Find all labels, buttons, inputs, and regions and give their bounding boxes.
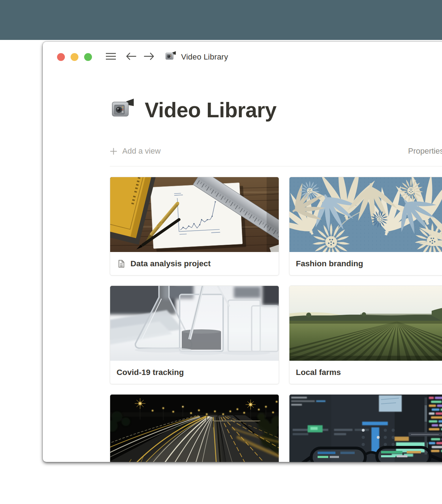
gallery-grid: Data analysis project	[110, 177, 442, 462]
card-fashion-branding[interactable]: Fashion branding	[289, 177, 442, 276]
card-image-code-screens	[289, 395, 442, 462]
page-emoji-video-camera-icon[interactable]	[110, 97, 136, 123]
card-image-blue-floral	[289, 177, 442, 252]
card-covid-19-tracking[interactable]: Covid-19 tracking	[110, 286, 279, 384]
card-image-desk-analytics	[110, 177, 279, 252]
close-button[interactable]	[57, 53, 65, 61]
card-image-farm-field	[289, 286, 442, 361]
back-arrow-icon[interactable]	[125, 51, 137, 63]
toolbar-divider	[110, 166, 442, 166]
page-top-band	[0, 0, 442, 40]
add-view-label: Add a view	[122, 146, 161, 156]
card-title: Covid-19 tracking	[117, 368, 184, 377]
card-title: Data analysis project	[130, 259, 211, 268]
page-title-row: Video Library	[110, 97, 442, 123]
plus-icon	[110, 148, 117, 155]
zoom-button[interactable]	[84, 53, 92, 61]
card-night-highway[interactable]	[110, 394, 279, 462]
card-code-screens[interactable]	[289, 394, 442, 462]
card-image-night-highway	[110, 395, 279, 462]
card-data-analysis-project[interactable]: Data analysis project	[110, 177, 279, 276]
video-camera-icon	[165, 51, 177, 63]
card-title: Local farms	[296, 368, 341, 377]
forward-arrow-icon[interactable]	[143, 51, 155, 63]
page-title[interactable]: Video Library	[145, 98, 276, 122]
titlebar-title: Video Library	[181, 52, 228, 62]
card-title: Fashion branding	[296, 259, 363, 268]
page-icon	[117, 259, 126, 268]
minimize-button[interactable]	[71, 53, 78, 61]
app-window: Video Library Video Library	[43, 42, 442, 462]
menu-icon[interactable]	[106, 52, 116, 62]
properties-button[interactable]: Properties	[408, 146, 442, 156]
page-content: Video Library Add a view Properties	[110, 97, 442, 462]
add-view-button[interactable]: Add a view	[110, 146, 161, 156]
titlebar: Video Library	[43, 42, 442, 62]
card-image-lab-glassware	[110, 286, 279, 361]
view-toolbar: Add a view Properties	[110, 146, 442, 156]
card-local-farms[interactable]: Local farms	[289, 286, 442, 384]
